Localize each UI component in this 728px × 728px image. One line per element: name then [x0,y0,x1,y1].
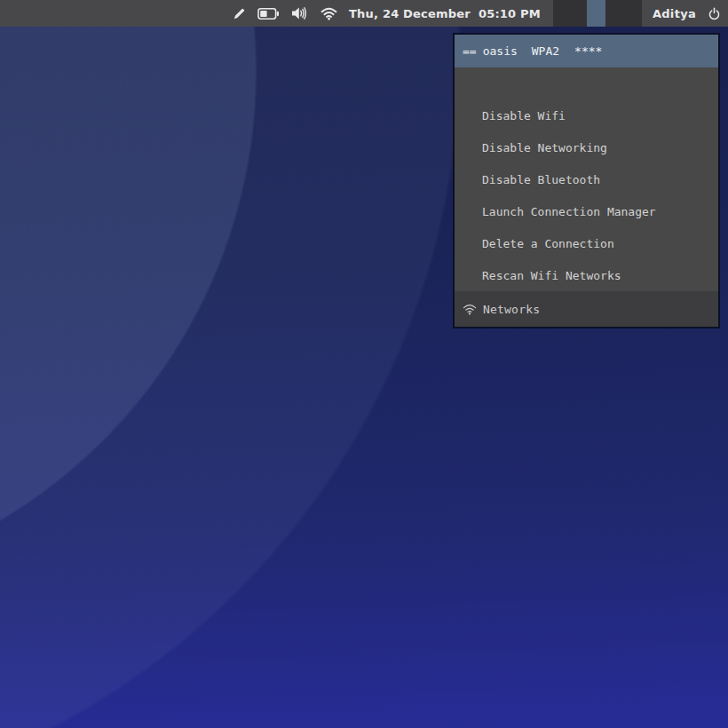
networks-row[interactable]: Networks [455,291,718,327]
clock-time: 05:10 PM [479,7,541,20]
workspace-block-1[interactable] [553,0,587,27]
edit-icon[interactable] [233,7,246,20]
active-connection-row[interactable]: == oasis WPA2 **** [455,35,718,67]
wifi-icon[interactable] [320,7,337,20]
menu-item-disable-wifi[interactable]: Disable Wifi [455,99,718,131]
security-label: WPA2 [532,44,559,58]
clock[interactable]: Thu, 24 December 05:10 PM [349,7,541,20]
signal-strength-glyph: == [463,44,477,58]
battery-icon[interactable] [257,7,280,20]
workspace-indicator [553,0,642,27]
menu-item-launch-connection-manager[interactable]: Launch Connection Manager [455,195,718,227]
clock-date: Thu, 24 December [349,7,471,20]
ssid-label: oasis [483,44,518,58]
password-mask: **** [574,44,602,58]
power-icon[interactable] [708,7,721,20]
menu-item-rescan-wifi-networks[interactable]: Rescan Wifi Networks [455,259,718,291]
workspace-block-active[interactable] [587,0,605,27]
network-menu-body: Disable Wifi Disable Networking Disable … [455,67,718,291]
workspace-block-3[interactable] [605,0,642,27]
networks-label: Networks [483,303,540,316]
menu-item-disable-bluetooth[interactable]: Disable Bluetooth [455,163,718,195]
volume-icon[interactable] [291,6,309,20]
wifi-small-icon [463,304,477,315]
desktop-screen: Thu, 24 December 05:10 PM Aditya == oasi… [0,0,728,728]
network-menu: == oasis WPA2 **** Disable Wifi Disable … [453,33,720,328]
top-bar: Thu, 24 December 05:10 PM Aditya [0,0,728,27]
menu-item-delete-a-connection[interactable]: Delete a Connection [455,227,718,259]
menu-item-disable-networking[interactable]: Disable Networking [455,131,718,163]
username-button[interactable]: Aditya [653,7,696,20]
